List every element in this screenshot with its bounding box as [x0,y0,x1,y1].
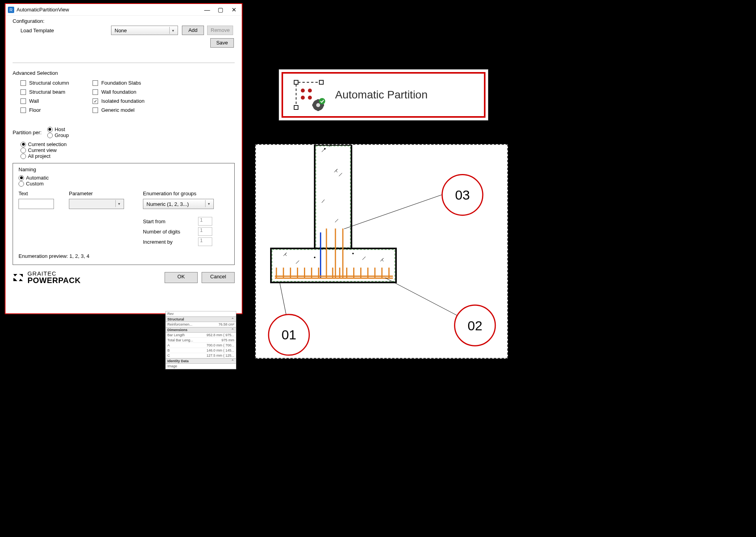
scope-radio-current-view[interactable]: Current view [20,147,67,153]
checkbox-box [93,80,98,86]
graitec-icon [13,272,24,283]
digits-input[interactable]: 1 [198,227,212,236]
radio-label: Current view [28,147,57,153]
radio-dot [20,148,26,153]
checkbox-box [20,89,26,95]
automatic-partition-dialog: R AutomaticPartitionView — ▢ ✕ Configura… [5,3,243,314]
checkbox-wall-foundation[interactable]: Wall foundation [93,89,145,95]
svg-line-52 [385,278,461,318]
callout-01: 01 [269,315,309,355]
checkbox-structural-column[interactable]: Structural column [20,80,69,86]
tool-label: Automatic Partition [335,89,428,101]
checkbox-label: Isolated foundation [101,98,145,104]
radio-label: Automatic [26,175,49,181]
collapse-icon: ⌃ [231,328,234,332]
radio-label: Current selection [28,141,67,147]
drawing-panel: 03 02 01 [255,144,508,359]
checkbox-label: Floor [29,107,41,113]
scope-radio-current-selection[interactable]: Current selection [20,141,67,147]
checkbox-box [20,107,26,113]
partition-radio-host[interactable]: Host [47,126,69,132]
radio-dot [20,142,26,147]
checkbox-label: Wall foundation [101,89,136,95]
checkbox-label: Generic model [101,107,135,113]
window-title: AutomaticPartitionView [17,7,204,13]
props-section-identity-data[interactable]: Identity Data⌃ [166,358,236,364]
properties-panel: Rev Structural⌃Reinforcemen...76.58 cm²D… [165,311,236,369]
checkbox-wall[interactable]: Wall [20,98,69,104]
collapse-icon: ⌃ [231,317,234,321]
maximize-icon[interactable]: ▢ [217,6,224,13]
checkbox-floor[interactable]: Floor [20,107,69,113]
automatic-partition-tool-tile: Automatic Partition [279,69,488,120]
svg-rect-2 [294,106,298,109]
checkbox-label: Structural column [29,80,69,86]
radio-dot [19,181,24,187]
scope-radio-all-project[interactable]: All project [20,153,67,159]
props-row: Total Bar Leng...975 mm [166,338,236,343]
load-template-label: Load Template [20,28,111,33]
minimize-icon[interactable]: — [204,6,210,13]
radio-dot [47,133,53,138]
chevron-down-icon: ▾ [169,27,176,34]
props-row: B146.0 mm ( 145... [166,348,236,353]
svg-point-6 [308,89,312,93]
callout-02: 02 [455,305,495,346]
increment-label: Increment by [143,239,194,245]
partition-radio-group[interactable]: Group [47,132,69,138]
naming-radio-custom[interactable]: Custom [19,181,49,187]
increment-input[interactable]: 1 [198,237,212,246]
props-section-structural[interactable]: Structural⌃ [166,317,236,322]
brand-big: POWERPACK [28,276,81,285]
titlebar: R AutomaticPartitionView — ▢ ✕ [6,4,242,16]
advanced-selection-heading: Advanced Selection [13,70,235,76]
checkbox-structural-beam[interactable]: Structural beam [20,89,69,95]
svg-point-15 [319,98,325,104]
svg-rect-23 [271,248,396,282]
svg-point-5 [301,89,305,93]
ok-button[interactable]: OK [165,272,198,283]
partition-per-label: Partition per: [13,130,42,135]
add-button[interactable]: Add [182,26,204,35]
chevron-down-icon: ▾ [205,200,212,207]
digits-label: Number of digits [143,229,194,235]
checkbox-label: Structural beam [29,89,65,95]
checkbox-foundation-slabs[interactable]: Foundation Slabs [93,80,145,86]
cancel-button[interactable]: Cancel [202,272,235,283]
checkbox-box [93,107,98,113]
remove-button[interactable]: Remove [207,26,233,35]
props-row: Reinforcemen...76.58 cm² [166,322,236,327]
brand-logo: GRAITEC POWERPACK [13,270,81,284]
callout-03-text: 03 [455,187,470,202]
radio-label: All project [28,153,50,159]
parameter-select[interactable]: ▾ [69,199,124,209]
radio-dot [47,127,53,132]
template-select[interactable]: None ▾ [111,26,178,35]
svg-point-28 [352,253,354,254]
naming-group: Naming AutomaticCustom Text Parameter ▾ [13,163,235,265]
save-button[interactable]: Save [210,38,234,48]
chevron-down-icon: ▾ [115,200,122,207]
radio-label: Host [55,126,65,132]
properties-top-row: Rev [166,311,236,317]
text-input[interactable] [19,199,54,209]
start-from-input[interactable]: 1 [198,217,212,226]
checkbox-generic-model[interactable]: Generic model [93,107,145,113]
naming-radio-automatic[interactable]: Automatic [19,175,49,181]
svg-point-19 [324,148,326,149]
parameter-label: Parameter [69,191,136,196]
svg-point-10 [316,103,320,107]
enumeration-select-value: Numeric (1, 2, 3...) [146,201,189,207]
props-row: C127.5 mm ( 125... [166,353,236,358]
checkbox-isolated-foundation[interactable]: Isolated foundation [93,98,145,104]
enum-label: Enumeration for groups [143,191,226,196]
props-section-dimensions[interactable]: Dimensions⌃ [166,327,236,333]
advanced-selection-checks: Structural columnStructural beamWallFloo… [20,80,235,113]
radio-label: Custom [26,181,44,187]
radio-dot [20,154,26,159]
configuration-label: Configuration: [13,18,235,24]
automatic-partition-icon [291,77,326,113]
enumeration-select[interactable]: Numeric (1, 2, 3...) ▾ [143,199,214,209]
close-icon[interactable]: ✕ [231,6,237,13]
checkbox-box [93,98,98,104]
